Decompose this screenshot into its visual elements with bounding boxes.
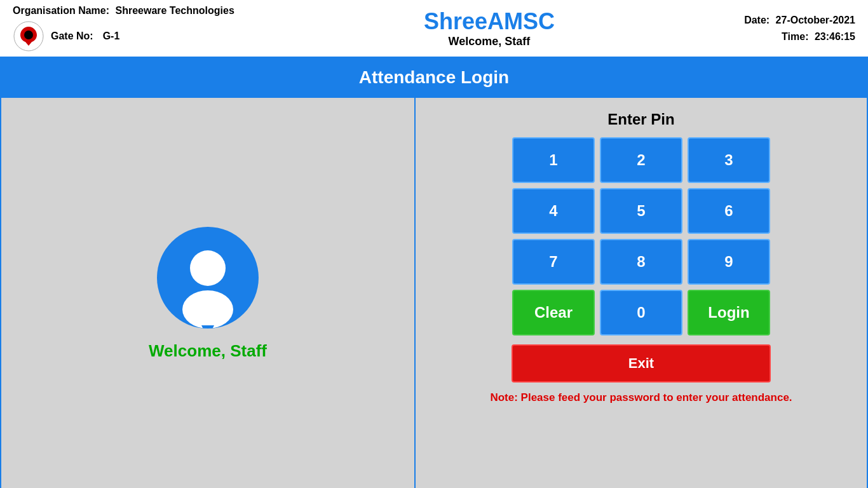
svg-point-2: [190, 250, 226, 286]
btn-3[interactable]: 3: [688, 137, 770, 183]
header-left: Organisation Name: Shreeware Technologie…: [13, 5, 234, 52]
user-welcome-text: Welcome, Staff: [149, 341, 267, 361]
banner-title: Attendance Login: [359, 67, 509, 87]
btn-9[interactable]: 9: [688, 239, 770, 285]
org-label: Organisation Name:: [13, 5, 109, 16]
header-center: ShreeAMSC Welcome, Staff: [424, 8, 555, 48]
note-text: Note: Please feed your password to enter…: [490, 391, 792, 404]
btn-0[interactable]: 0: [600, 290, 682, 336]
org-name-value: Shreeware Technologies: [115, 5, 234, 16]
svg-marker-4: [201, 325, 214, 329]
banner: Attendance Login: [0, 58, 868, 97]
btn-login[interactable]: Login: [688, 290, 770, 336]
btn-5[interactable]: 5: [600, 188, 682, 234]
enter-pin-label: Enter Pin: [607, 111, 674, 128]
btn-clear[interactable]: Clear: [512, 290, 595, 336]
header-welcome: Welcome, Staff: [424, 35, 555, 48]
btn-4[interactable]: 4: [512, 188, 595, 234]
gate-label: Gate No:: [51, 30, 93, 42]
numpad: 1 2 3 4 5 6 7 8 9 Clear 0 Login: [512, 137, 770, 336]
btn-8[interactable]: 8: [600, 239, 682, 285]
gate-value: G-1: [103, 30, 120, 42]
time-row: Time: 23:46:15: [744, 31, 855, 43]
svg-point-3: [182, 290, 233, 329]
right-panel: Enter Pin 1 2 3 4 5 6 7 8 9 Clear 0 Logi…: [416, 98, 867, 488]
date-label: Date:: [744, 15, 770, 25]
avatar: [157, 227, 259, 329]
logo-icon: [13, 20, 44, 52]
svg-point-1: [24, 30, 33, 39]
org-name-row: Organisation Name: Shreeware Technologie…: [13, 5, 234, 17]
date-row: Date: 27-October-2021: [744, 15, 855, 26]
left-panel: Welcome, Staff: [1, 98, 416, 488]
date-value: 27-October-2021: [776, 15, 855, 25]
btn-6[interactable]: 6: [688, 188, 770, 234]
btn-7[interactable]: 7: [512, 239, 595, 285]
gate-row: Gate No: G-1: [13, 20, 234, 52]
time-value: 23:46:15: [815, 31, 855, 42]
app-title: ShreeAMSC: [424, 8, 555, 35]
exit-button[interactable]: Exit: [512, 344, 771, 383]
btn-1[interactable]: 1: [512, 137, 595, 183]
btn-2[interactable]: 2: [600, 137, 682, 183]
time-label: Time:: [782, 31, 808, 42]
main-content: Welcome, Staff Enter Pin 1 2 3 4 5 6 7 8…: [0, 97, 868, 488]
header: Organisation Name: Shreeware Technologie…: [0, 0, 868, 58]
user-icon: [170, 240, 246, 329]
header-right: Date: 27-October-2021 Time: 23:46:15: [744, 15, 855, 43]
